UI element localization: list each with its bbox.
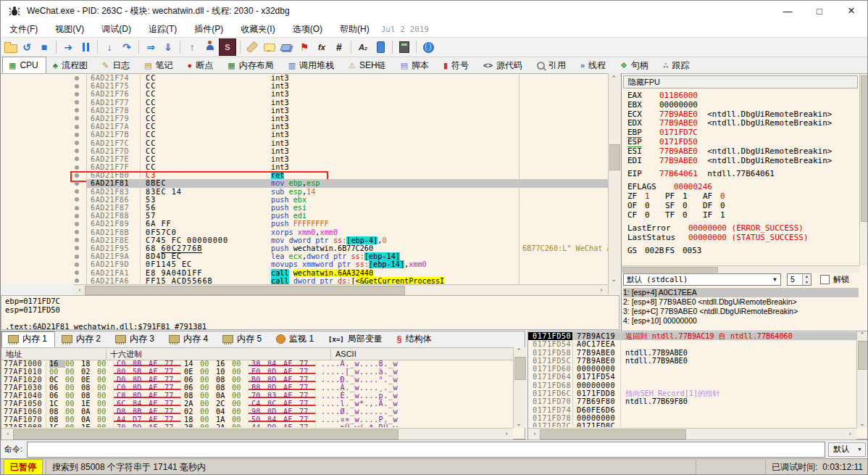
stack-row[interactable]: 0171FD74D60FE6D6: [528, 406, 857, 414]
register-row[interactable]: EFLAGS00000246: [627, 183, 856, 192]
disasm-row[interactable]: 6AD21F8EC745 FC 00000000mov dword ptr ss…: [1, 236, 608, 244]
stack-row[interactable]: 0171FD6800000000: [528, 381, 857, 389]
disasm-row[interactable]: 6AD21F8857push edi: [1, 212, 608, 220]
calculator-icon[interactable]: [396, 39, 412, 55]
command-input[interactable]: [27, 442, 825, 458]
step-into-icon[interactable]: ↓: [101, 39, 117, 55]
menu-item-debug[interactable]: 调试(D): [93, 22, 140, 37]
stack-row[interactable]: 0171FD5C77B9ABE0ntdll.77B9ABE0: [528, 357, 857, 365]
disasm-row[interactable]: 6AD21F7CCCint3: [1, 139, 608, 147]
call-arg-row[interactable]: 1: [esp+4] A0C17EEA: [623, 288, 859, 297]
tab-threads[interactable]: »线程: [574, 57, 614, 75]
register-row[interactable]: EIP77B64061 ntdll.77B64061: [627, 170, 856, 179]
breakpoint-gutter[interactable]: [1, 252, 87, 260]
tab-notes[interactable]: ▤笔记: [138, 57, 180, 75]
stack-row[interactable]: 0171FD6000000000: [528, 365, 857, 373]
breakpoint-gutter[interactable]: [1, 155, 87, 163]
stack-row[interactable]: 0171FD7077B69F80ntdll.77B69F80: [528, 397, 857, 405]
disassembly-hscrollbar[interactable]: ‹ ›: [73, 284, 608, 295]
tab-dump-3[interactable]: 内存 3: [109, 331, 162, 347]
bookmarks-icon[interactable]: ⚑: [296, 39, 312, 55]
run-to-user-code-icon[interactable]: [201, 39, 217, 55]
menu-item-view[interactable]: 视图(V): [46, 22, 93, 37]
breakpoint-gutter[interactable]: [1, 179, 87, 187]
disasm-row[interactable]: 6AD21F818BECmov ebp,esp: [1, 179, 608, 187]
breakpoint-gutter[interactable]: [1, 90, 87, 98]
tab-struct[interactable]: §结构体: [391, 331, 440, 347]
menu-item-trace[interactable]: 追踪(T): [140, 22, 185, 37]
run-to-cursor-icon[interactable]: ⇒: [143, 39, 159, 55]
call-arg-row[interactable]: 3: [esp+C] 77B9ABE0 <ntdll.DbgUiRemoteBr…: [623, 307, 859, 316]
stack-hscrollbar[interactable]: ‹ ›: [528, 428, 856, 439]
disasm-row[interactable]: 6AD21F8B0F57C0xorps xmm0,xmm0: [1, 228, 608, 236]
disasm-row[interactable]: 6AD21F8756push esi: [1, 204, 608, 212]
minimize-button[interactable]: —: [772, 1, 804, 21]
registers-hscrollbar[interactable]: [622, 265, 859, 273]
disasm-row[interactable]: 6AD21F9D0F1145 ECmovups xmmword ptr ss:[…: [1, 260, 608, 268]
text-az-icon[interactable]: A₂: [355, 39, 371, 55]
stack-row[interactable]: 0171FD640171FD54: [528, 373, 857, 381]
menu-item-file[interactable]: 文件(F): [1, 22, 46, 37]
dump-row[interactable]: 77AF10200C000E00D08DAF7706000800B08DAF77…: [1, 376, 513, 384]
command-mode-select[interactable]: 默认 ▼: [828, 442, 866, 457]
restart-icon[interactable]: ↺: [19, 39, 35, 55]
disasm-row[interactable]: 6AD21F76CCint3: [1, 90, 608, 98]
breakpoint-gutter[interactable]: [1, 82, 87, 90]
breakpoint-gutter[interactable]: [1, 260, 87, 268]
breakpoint-gutter[interactable]: [1, 131, 87, 139]
register-row[interactable]: CF0TF0IF1: [627, 211, 856, 220]
register-row[interactable]: LastStatus00000000 (STATUS_SUCCESS): [627, 234, 856, 243]
tab-dump-2[interactable]: 内存 2: [55, 331, 109, 347]
menu-item-favourites[interactable]: 收藏夹(I): [232, 22, 283, 37]
spinner-down-icon[interactable]: ▼: [803, 280, 811, 286]
tab-handles[interactable]: ❖句柄: [614, 57, 656, 75]
breakpoint-gutter[interactable]: [1, 171, 87, 179]
disasm-row[interactable]: 6AD21F75CCint3: [1, 82, 608, 90]
tab-script[interactable]: ▤脚本: [394, 57, 437, 75]
disassembly-vscrollbar[interactable]: ⌃ ⌄: [608, 73, 620, 294]
mnemonic-help-icon[interactable]: [372, 39, 388, 55]
dump-row[interactable]: 77AF107008000A00A4D7AF7718001A005084AF77…: [1, 416, 513, 424]
menu-item-help[interactable]: 帮助(H): [331, 22, 378, 37]
tab-trace[interactable]: ∴跟踪: [656, 57, 698, 75]
step-over-icon[interactable]: ↷: [119, 39, 135, 55]
dump-row[interactable]: 77AF101000000200805BAF770E001000E08DAF77…: [1, 368, 513, 376]
tab-breakpoints[interactable]: ●断点: [181, 57, 222, 75]
arg-count-stepper[interactable]: 5 ▲▼: [787, 273, 811, 286]
register-row[interactable]: OF0SF0DF0: [627, 202, 856, 211]
tab-watch-1[interactable]: 监视 1: [270, 331, 322, 347]
dump-row[interactable]: 77AF103006000800C08DAF7706000800B88DAF77…: [1, 384, 513, 392]
disasm-row[interactable]: 6AD21F7DCCint3: [1, 147, 608, 155]
disasm-row[interactable]: 6AD21F7ECCint3: [1, 155, 608, 163]
calling-convention-select[interactable]: 默认 (stdcall) ▼: [623, 273, 781, 286]
hide-fpu-button[interactable]: 隐藏FPU: [623, 75, 858, 88]
register-row[interactable]: ZF1PF1AF0: [627, 192, 856, 202]
breakpoint-gutter[interactable]: [1, 244, 87, 252]
breakpoint-gutter[interactable]: [1, 269, 87, 277]
tab-dump-1[interactable]: 内存 1: [1, 331, 55, 347]
disasm-row[interactable]: 6AD21F7ACCint3: [1, 123, 608, 131]
breakpoint-gutter[interactable]: [1, 212, 87, 220]
tab-cpu[interactable]: ▦CPU: [2, 57, 46, 75]
breakpoint-gutter[interactable]: [1, 196, 87, 204]
open-file-icon[interactable]: [4, 44, 17, 53]
disasm-row[interactable]: 6AD21F79CCint3: [1, 115, 608, 123]
stack-row[interactable]: 0171FD6C0171FDD8指向SEH_Record[1]的指针: [528, 389, 857, 397]
disasm-row[interactable]: 6AD21F80C3ret: [1, 171, 608, 179]
disasm-row[interactable]: 6AD21F7BCCint3: [1, 131, 608, 139]
pause-icon[interactable]: [78, 39, 93, 55]
ordinals-icon[interactable]: #: [331, 39, 347, 55]
disasm-row[interactable]: 6AD21F74CCint3: [1, 74, 608, 82]
disasm-row[interactable]: 6AD21F77CCint3: [1, 99, 608, 107]
execute-till-return-icon[interactable]: ⇓: [160, 39, 176, 55]
breakpoint-gutter[interactable]: [1, 147, 87, 155]
registers-vscrollbar[interactable]: [859, 74, 868, 265]
breakpoint-gutter[interactable]: [1, 139, 87, 147]
maximize-button[interactable]: □: [804, 1, 835, 21]
breakpoint-gutter[interactable]: [1, 228, 87, 236]
step-out-icon[interactable]: ↑: [184, 39, 200, 55]
tab-symbols[interactable]: ▮符号: [437, 57, 477, 75]
functions-icon[interactable]: fx: [314, 39, 330, 55]
breakpoint-gutter[interactable]: [1, 220, 87, 228]
breakpoint-gutter[interactable]: [1, 123, 87, 131]
